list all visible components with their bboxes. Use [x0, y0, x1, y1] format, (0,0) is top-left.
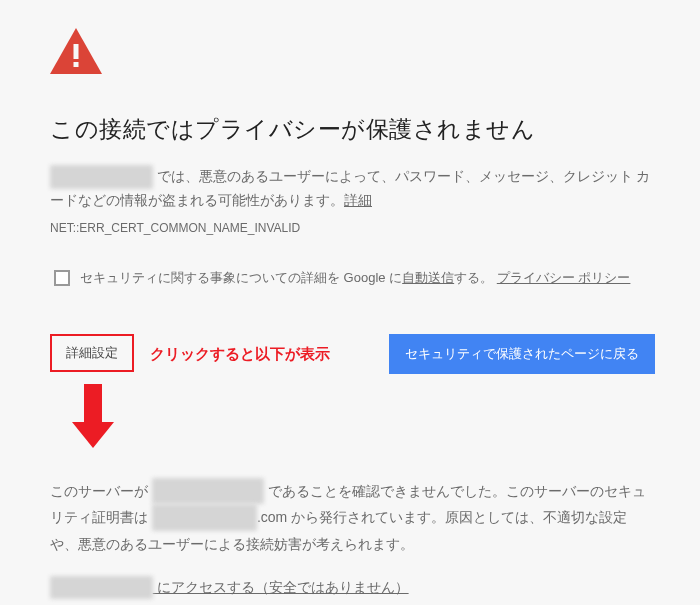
back-to-safety-button[interactable]: セキュリティで保護されたページに戻る [389, 334, 655, 374]
advanced-detail-text: このサーバーが XXXXXXXXXXXX であることを確認できませんでした。この… [50, 478, 655, 558]
proceed-unsafe-link[interactable]: XXXXXXXXXXX にアクセスする（安全ではありません） [50, 576, 655, 600]
privacy-policy-link[interactable]: プライバシー ポリシー [497, 270, 631, 285]
advanced-button[interactable]: 詳細設定 [50, 334, 134, 372]
svg-rect-1 [74, 44, 79, 59]
optin-checkbox[interactable] [54, 270, 70, 286]
learn-more-link[interactable]: 詳細 [344, 192, 372, 208]
svg-rect-2 [74, 62, 79, 67]
arrow-down-icon [72, 384, 655, 456]
svg-rect-3 [84, 384, 102, 422]
page-title: この接続ではプライバシーが保護されません [50, 110, 655, 149]
opt-in-row: セキュリティに関する事象についての詳細を Google に自動送信する。 プライ… [50, 267, 655, 289]
warning-icon [50, 28, 655, 82]
auto-send-link[interactable]: 自動送信 [402, 270, 454, 285]
redacted-proceed-domain: XXXXXXXXXXX [50, 576, 153, 600]
redacted-issuer: xxxxxxxxxxxxxxx [152, 504, 257, 531]
warning-body: XXXXXXXXXXX では、悪意のあるユーザーによって、パスワード、メッセージ… [50, 165, 655, 213]
optin-text: セキュリティに関する事象についての詳細を Google に自動送信する。 プライ… [80, 267, 630, 289]
annotation-text: クリックすると以下が表示 [150, 341, 377, 367]
redacted-domain: XXXXXXXXXXX [50, 165, 153, 189]
redacted-server: XXXXXXXXXXXX [152, 478, 264, 505]
svg-marker-4 [72, 422, 114, 448]
error-code: NET::ERR_CERT_COMMON_NAME_INVALID [50, 218, 655, 238]
